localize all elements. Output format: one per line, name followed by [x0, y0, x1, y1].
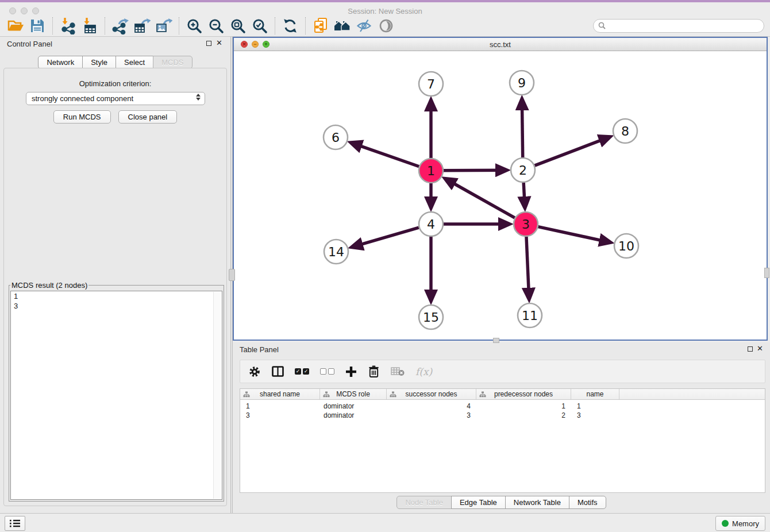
column-label: successor nodes [405, 390, 457, 398]
import-network-icon[interactable] [57, 16, 79, 36]
graph-node-15[interactable]: 15 [419, 305, 443, 329]
apply-layout-icon[interactable] [279, 16, 301, 36]
cell-mcds-role[interactable]: dominator [320, 402, 387, 410]
save-session-icon[interactable] [26, 16, 48, 36]
toolbar-separator [105, 17, 105, 34]
graph-edge-2-9[interactable] [522, 99, 522, 157]
search-input[interactable] [593, 19, 764, 33]
export-network-icon[interactable] [109, 16, 131, 36]
graph-edge-2-3[interactable] [523, 183, 525, 207]
gear-icon[interactable] [248, 365, 261, 378]
column-header-predecessor-nodes[interactable]: predecessor nodes [476, 389, 571, 399]
zoom-selected-icon[interactable] [249, 16, 271, 36]
tab-select[interactable]: Select [116, 56, 153, 69]
memory-status-icon [722, 520, 729, 527]
float-panel-icon[interactable] [206, 41, 211, 46]
cell-predecessor-nodes[interactable]: 2 [476, 411, 571, 419]
attribute-tree-icon [479, 391, 486, 399]
show-columns-icon[interactable] [272, 366, 284, 377]
task-history-button[interactable] [5, 516, 25, 531]
cell-predecessor-nodes[interactable]: 1 [476, 402, 571, 410]
export-table-icon[interactable] [131, 16, 153, 36]
tab-node-table[interactable]: Node Table [396, 496, 452, 509]
deselect-all-icon[interactable] [320, 368, 334, 375]
table-row[interactable]: 3 dominator 3 2 3 [240, 411, 765, 420]
memory-button[interactable]: Memory [715, 516, 765, 531]
select-all-icon[interactable]: ✓✓ [295, 368, 309, 375]
export-image-icon[interactable] [153, 16, 175, 36]
cell-successor-nodes[interactable]: 4 [387, 402, 476, 410]
open-session-icon[interactable] [5, 16, 26, 36]
control-panel-tabs: Network Style Select MCDS [0, 56, 230, 69]
graph-edge-2-8[interactable] [535, 137, 610, 165]
cell-shared-name[interactable]: 3 [240, 411, 320, 419]
close-panel-icon[interactable]: ✕ [216, 39, 222, 47]
hide-selected-eye-icon[interactable] [353, 16, 375, 36]
graph-edge-4-14[interactable] [352, 228, 419, 247]
table-header-row: shared name MCDS role successor nodes pr… [240, 389, 765, 400]
graph-node-7[interactable]: 7 [419, 72, 443, 96]
column-label: name [586, 390, 603, 398]
result-scrollbar[interactable] [213, 292, 221, 499]
run-mcds-button[interactable]: Run MCDS [53, 110, 111, 124]
graph-node-4[interactable]: 4 [419, 212, 443, 236]
close-panel-button[interactable]: Close panel [118, 110, 178, 124]
graph-node-3[interactable]: 3 [514, 212, 538, 236]
cell-name[interactable]: 3 [571, 411, 619, 419]
table-panel: Table Panel ✕ ✓✓ [233, 342, 770, 513]
clone-network-icon[interactable] [310, 16, 332, 36]
graph-edge-3-1[interactable] [445, 179, 515, 218]
zoom-out-icon[interactable] [205, 16, 227, 36]
zoom-fit-icon[interactable] [227, 16, 249, 36]
cell-shared-name[interactable]: 1 [240, 402, 320, 410]
home-view-icon[interactable] [332, 16, 353, 36]
graph-node-label: 1 [427, 164, 435, 178]
show-all-eye-icon[interactable] [375, 16, 397, 36]
table-row[interactable]: 1 dominator 4 1 1 [240, 402, 765, 411]
float-table-panel-icon[interactable] [748, 346, 753, 352]
graph-node-1[interactable]: 1 [419, 159, 443, 183]
import-table-icon[interactable] [79, 16, 101, 36]
graph-edge-3-10[interactable] [538, 227, 610, 242]
column-header-successor-nodes[interactable]: successor nodes [387, 389, 476, 399]
graph-edge-1-6[interactable] [351, 143, 419, 167]
graph-node-9[interactable]: 9 [510, 71, 534, 95]
graph-node-2[interactable]: 2 [511, 158, 535, 182]
toolbar-separator [305, 17, 306, 34]
cell-mcds-role[interactable]: dominator [320, 411, 387, 419]
cell-successor-nodes[interactable]: 3 [387, 411, 476, 419]
add-column-icon[interactable] [345, 366, 357, 377]
tab-style[interactable]: Style [82, 56, 116, 69]
right-splitter-handle[interactable] [764, 268, 769, 278]
mcds-panel: Optimization criterion: strongly connect… [3, 68, 227, 506]
horizontal-splitter-handle[interactable] [493, 338, 499, 343]
result-line: 1 [11, 291, 222, 301]
delete-column-trash-icon[interactable] [368, 365, 380, 378]
vertical-splitter-handle[interactable] [229, 269, 235, 281]
column-header-name[interactable]: name [571, 389, 619, 399]
tab-network-table[interactable]: Network Table [505, 496, 569, 509]
graph-edge-1-2[interactable] [444, 170, 506, 171]
graph-node-8[interactable]: 8 [613, 119, 637, 143]
mcds-result-text[interactable]: 1 3 [10, 291, 222, 500]
graph-node-label: 15 [423, 310, 439, 325]
graph-node-10[interactable]: 10 [614, 234, 638, 258]
tab-edge-table[interactable]: Edge Table [451, 496, 506, 509]
tab-mcds[interactable]: MCDS [153, 56, 192, 69]
graph-node-14[interactable]: 14 [324, 240, 348, 264]
tab-network[interactable]: Network [38, 56, 83, 69]
graph-node-11[interactable]: 11 [518, 303, 542, 327]
network-canvas[interactable]: 7968124314101511 [233, 51, 768, 340]
graph-edge-3-11[interactable] [526, 237, 529, 299]
criterion-select[interactable]: strongly connected component [26, 92, 205, 105]
column-header-mcds-role[interactable]: MCDS role [320, 389, 387, 399]
tab-motifs[interactable]: Motifs [569, 496, 606, 509]
close-table-panel-icon[interactable]: ✕ [757, 345, 763, 353]
memory-label: Memory [732, 519, 759, 528]
zoom-in-icon[interactable] [183, 16, 205, 36]
cell-name[interactable]: 1 [571, 402, 619, 410]
graph-node-6[interactable]: 6 [324, 125, 348, 149]
column-header-shared-name[interactable]: shared name [240, 389, 320, 399]
attribute-tree-icon [243, 391, 250, 399]
network-title: scc.txt [234, 40, 767, 49]
